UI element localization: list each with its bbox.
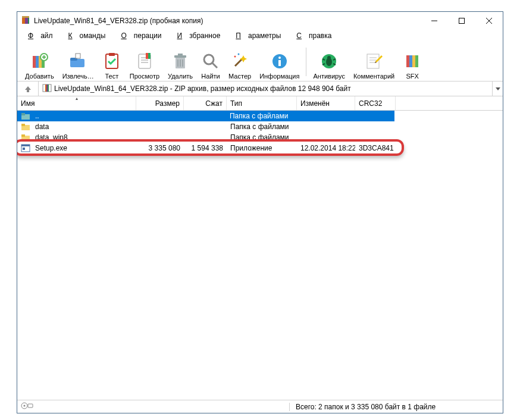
svg-rect-55	[412, 55, 415, 67]
minimize-button[interactable]	[421, 12, 448, 30]
menu-operations[interactable]: Операции	[114, 30, 168, 41]
menu-help[interactable]: Справка	[289, 30, 339, 41]
folder-extract-icon	[68, 52, 87, 71]
address-dropdown[interactable]	[492, 82, 503, 96]
app-icon	[21, 15, 30, 27]
header-modified[interactable]: Изменён	[297, 96, 355, 110]
status-bar: Всего: 2 папок и 3 335 080 байт в 1 файл…	[17, 400, 503, 413]
menu-options[interactable]: Параметры	[228, 30, 288, 41]
header-size[interactable]: Размер	[136, 96, 184, 110]
menubar: Файл Команды Операции Избранное Параметр…	[17, 30, 503, 41]
svg-point-35	[234, 55, 236, 57]
svg-point-36	[238, 53, 240, 55]
address-bar: LiveUpdate_Win81_64_VER328.zip - ZIP арх…	[17, 81, 503, 96]
svg-rect-66	[21, 134, 25, 137]
header-name[interactable]: Имя▴	[17, 96, 136, 110]
svg-rect-58	[45, 84, 46, 92]
wand-icon	[230, 52, 249, 71]
tb-view[interactable]: Просмотр	[126, 44, 164, 80]
svg-rect-62	[21, 113, 25, 115]
notebook-icon	[135, 52, 154, 71]
folder-icon	[21, 122, 30, 131]
svg-rect-27	[174, 55, 186, 58]
svg-rect-69	[23, 148, 25, 150]
svg-point-32	[204, 55, 214, 64]
svg-rect-28	[178, 54, 183, 55]
search-icon	[201, 52, 220, 71]
svg-rect-59	[46, 84, 48, 92]
svg-rect-72	[28, 404, 33, 408]
svg-point-38	[278, 57, 281, 59]
svg-rect-5	[459, 18, 465, 24]
row-folder[interactable]: data_win8 Папка с файлами	[17, 132, 503, 143]
svg-rect-17	[76, 54, 80, 58]
svg-rect-68	[21, 145, 30, 146]
file-list[interactable]: .. Папка с файлами data Папка с файлами …	[17, 111, 503, 400]
note-pencil-icon	[365, 52, 384, 71]
status-left	[17, 402, 289, 411]
column-headers: Имя▴ Размер Сжат Тип Изменён CRC32	[17, 96, 503, 111]
books-add-icon	[30, 52, 49, 71]
svg-rect-53	[406, 55, 409, 67]
svg-rect-25	[148, 53, 151, 59]
up-folder-icon	[21, 111, 30, 121]
svg-rect-64	[21, 124, 25, 126]
maximize-button[interactable]	[448, 12, 475, 30]
status-summary: Всего: 2 папок и 3 335 080 байт в 1 файл…	[289, 403, 503, 411]
svg-point-71	[24, 405, 26, 407]
books-sfx-icon	[403, 52, 422, 71]
svg-line-33	[212, 63, 217, 68]
toolbar-separator	[306, 48, 306, 76]
menu-file[interactable]: Файл	[21, 30, 60, 41]
tb-extract[interactable]: Извлечь…	[58, 44, 98, 80]
tb-sfx[interactable]: SFX	[399, 44, 426, 80]
svg-rect-9	[36, 56, 39, 68]
row-folder[interactable]: data Папка с файлами	[17, 121, 503, 132]
archive-icon	[42, 83, 52, 95]
svg-rect-54	[409, 55, 412, 67]
svg-rect-19	[109, 53, 115, 56]
clipboard-check-icon	[102, 52, 121, 71]
toolbar: Добавить Извлечь… Тест Просмотр Удалить …	[17, 41, 503, 81]
tb-antivirus[interactable]: Антивирус	[309, 44, 349, 80]
up-button[interactable]	[17, 82, 39, 96]
trash-icon	[171, 52, 190, 71]
menu-favorites[interactable]: Избранное	[170, 30, 228, 41]
exe-icon	[21, 143, 30, 153]
window-title: LiveUpdate_Win81_64_VER328.zip (пробная …	[34, 17, 421, 25]
header-crc[interactable]: CRC32	[355, 96, 396, 110]
close-button[interactable]	[475, 12, 503, 30]
header-type[interactable]: Тип	[227, 96, 297, 110]
titlebar: LiveUpdate_Win81_64_VER328.zip (пробная …	[17, 12, 503, 30]
tb-wizard[interactable]: Мастер	[224, 44, 255, 80]
svg-rect-3	[22, 16, 29, 18]
sort-asc-icon: ▴	[76, 96, 78, 101]
row-exe[interactable]: Setup.exe 3 335 080 1 594 338 Приложение…	[17, 143, 503, 153]
disk-icon	[21, 402, 34, 411]
svg-rect-8	[33, 56, 36, 68]
info-icon	[270, 52, 289, 71]
address-text[interactable]: LiveUpdate_Win81_64_VER328.zip - ZIP арх…	[54, 84, 492, 93]
header-packed[interactable]: Сжат	[184, 96, 227, 110]
tb-add[interactable]: Добавить	[21, 44, 58, 80]
menu-commands[interactable]: Команды	[61, 30, 113, 41]
tb-comment[interactable]: Комментарий	[349, 44, 399, 80]
row-parent[interactable]: .. Папка с файлами	[17, 111, 394, 121]
svg-point-42	[327, 56, 331, 59]
folder-icon	[21, 133, 30, 142]
tb-delete[interactable]: Удалить	[164, 44, 197, 80]
bug-shield-icon	[319, 52, 339, 71]
tb-find[interactable]: Найти	[197, 44, 224, 80]
tb-info[interactable]: Информация	[255, 44, 303, 80]
app-window: LiveUpdate_Win81_64_VER328.zip (пробная …	[17, 11, 503, 413]
svg-rect-24	[146, 53, 148, 59]
svg-rect-39	[278, 60, 281, 66]
tb-test[interactable]: Тест	[98, 44, 126, 80]
svg-rect-56	[415, 55, 418, 67]
svg-rect-60	[48, 84, 49, 92]
